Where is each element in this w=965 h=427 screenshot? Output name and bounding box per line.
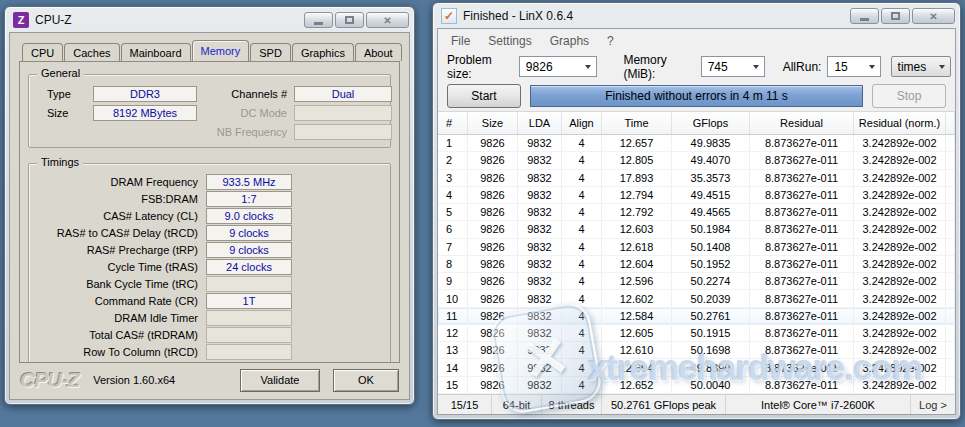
validate-button[interactable]: Validate bbox=[240, 369, 320, 392]
table-cell: 9826 bbox=[468, 221, 518, 237]
table-cell: 3.242892e-002 bbox=[854, 377, 946, 393]
table-row[interactable]: 998269832412.59650.22748.873627e-0113.24… bbox=[438, 273, 955, 290]
times-dropdown[interactable]: times bbox=[891, 56, 951, 77]
menu-item-help[interactable]: ? bbox=[598, 34, 623, 48]
chevron-down-icon bbox=[939, 65, 945, 69]
timing-row-bank-cycle-time-trc: Bank Cycle Time (tRC) bbox=[35, 275, 384, 292]
table-cell: 2 bbox=[438, 152, 468, 168]
table-cell: 5 bbox=[438, 204, 468, 220]
linx-titlebar[interactable]: ✓ Finished - LinX 0.6.4 ✕ bbox=[433, 3, 960, 27]
table-row[interactable]: 898269832412.60450.19528.873627e-0113.24… bbox=[438, 256, 955, 273]
menu-item-file[interactable]: File bbox=[442, 34, 479, 48]
tab-memory[interactable]: Memory bbox=[192, 40, 250, 61]
table-cell: 49.9835 bbox=[672, 135, 750, 151]
bank-cycle-time-trc-value bbox=[206, 276, 292, 292]
linx-close-button[interactable]: ✕ bbox=[912, 8, 955, 24]
table-cell: 4 bbox=[562, 290, 602, 306]
ras-precharge-trp-label: RAS# Precharge (tRP) bbox=[35, 244, 198, 256]
table-cell: 49.4565 bbox=[672, 204, 750, 220]
table-row[interactable]: 198269832412.65749.98358.873627e-0113.24… bbox=[438, 135, 955, 152]
table-row[interactable]: 1398269832412.61050.16988.873627e-0113.2… bbox=[438, 342, 955, 359]
table-cell: 8.873627e-011 bbox=[750, 187, 854, 203]
table-row[interactable]: 1098269832412.60250.20398.873627e-0113.2… bbox=[438, 290, 955, 307]
column-header-residual-norm[interactable]: Residual (norm.) bbox=[854, 112, 946, 134]
column-header-gflops[interactable]: GFlops bbox=[672, 112, 750, 134]
cpuz-window: Z CPU-Z ✕ CPUCachesMainboardMemorySPDGra… bbox=[4, 6, 415, 405]
table-cell: 13 bbox=[438, 342, 468, 358]
column-header-time[interactable]: Time bbox=[602, 112, 672, 134]
table-cell: 12.596 bbox=[602, 273, 672, 289]
table-cell: 9832 bbox=[518, 273, 562, 289]
table-cell: 9832 bbox=[518, 239, 562, 255]
start-button[interactable]: Start bbox=[447, 84, 521, 108]
table-cell: 9826 bbox=[468, 152, 518, 168]
table-cell-filler bbox=[946, 359, 955, 375]
table-cell-filler bbox=[946, 135, 955, 151]
ok-button[interactable]: OK bbox=[333, 369, 399, 392]
cpuz-titlebar[interactable]: Z CPU-Z ✕ bbox=[5, 7, 414, 31]
table-cell: 8.873627e-011 bbox=[750, 152, 854, 168]
run-combo[interactable]: 15 bbox=[827, 56, 880, 77]
table-cell: 4 bbox=[562, 308, 602, 324]
table-row[interactable]: 598269832412.79249.45658.873627e-0113.24… bbox=[438, 204, 955, 221]
problem-size-combo[interactable]: 9826 bbox=[519, 56, 598, 77]
menu-item-graphs[interactable]: Graphs bbox=[541, 34, 598, 48]
table-row[interactable]: 1298269832412.60550.19158.873627e-0113.2… bbox=[438, 325, 955, 342]
cpuz-maximize-button[interactable] bbox=[335, 12, 364, 28]
table-row[interactable]: 398269832417.89335.35738.873627e-0113.24… bbox=[438, 170, 955, 187]
tab-mainboard[interactable]: Mainboard bbox=[121, 43, 191, 61]
table-cell: 4 bbox=[562, 204, 602, 220]
dram-idle-timer-value bbox=[206, 310, 292, 326]
table-cell: 3.242892e-002 bbox=[854, 359, 946, 375]
timing-row-cycle-time-tras: Cycle Time (tRAS)24 clocks bbox=[35, 258, 384, 275]
dram-idle-timer-label: DRAM Idle Timer bbox=[35, 312, 198, 324]
table-cell: 8.873627e-011 bbox=[750, 325, 854, 341]
menu-item-settings[interactable]: Settings bbox=[479, 34, 540, 48]
column-header-size[interactable]: Size bbox=[468, 112, 518, 134]
status-log-button[interactable]: Log > bbox=[911, 395, 955, 414]
column-header-residual[interactable]: Residual bbox=[750, 112, 854, 134]
memory-combo[interactable]: 745 bbox=[701, 56, 765, 77]
column-header-lda[interactable]: LDA bbox=[518, 112, 562, 134]
table-cell: 4 bbox=[562, 325, 602, 341]
cpuz-close-button[interactable]: ✕ bbox=[366, 12, 409, 28]
cas-latency-cl-value: 9.0 clocks bbox=[206, 208, 292, 224]
table-cell: 17.893 bbox=[602, 170, 672, 186]
table-cell: 9826 bbox=[468, 273, 518, 289]
table-cell: 12.584 bbox=[602, 308, 672, 324]
table-row[interactable]: 1598269832412.65250.00408.873627e-0113.2… bbox=[438, 377, 955, 394]
table-row[interactable]: 298269832412.80549.40708.873627e-0113.24… bbox=[438, 152, 955, 169]
table-row[interactable]: 498269832412.79449.45158.873627e-0113.24… bbox=[438, 187, 955, 204]
stop-button[interactable]: Stop bbox=[872, 84, 946, 108]
table-cell: 12.694 bbox=[602, 359, 672, 375]
linx-maximize-button[interactable] bbox=[881, 8, 910, 24]
table-row[interactable]: 1498269832412.69449.83908.873627e-0113.2… bbox=[438, 359, 955, 376]
table-cell: 8 bbox=[438, 256, 468, 272]
table-cell-filler bbox=[946, 342, 955, 358]
table-cell: 50.1952 bbox=[672, 256, 750, 272]
general-group: General Type DDR3 Channels # Dual Size 8 bbox=[28, 74, 391, 148]
table-cell: 9832 bbox=[518, 204, 562, 220]
tab-spd[interactable]: SPD bbox=[250, 43, 291, 61]
column-header-align[interactable]: Align bbox=[562, 112, 602, 134]
nb-frequency-label: NB Frequency bbox=[197, 126, 287, 138]
cpuz-logo: CPU-Z bbox=[20, 368, 79, 392]
table-row[interactable]: 698269832412.60350.19848.873627e-0113.24… bbox=[438, 221, 955, 238]
tab-about[interactable]: About bbox=[355, 43, 402, 61]
table-row[interactable]: 1198269832412.58450.27618.873627e-0113.2… bbox=[438, 308, 955, 325]
tab-graphics[interactable]: Graphics bbox=[292, 43, 354, 61]
linx-actions: Start Finished without errors in 4 m 11 … bbox=[438, 81, 955, 111]
table-cell: 9832 bbox=[518, 221, 562, 237]
table-cell: 9826 bbox=[468, 187, 518, 203]
table-row[interactable]: 798269832412.61850.14088.873627e-0113.24… bbox=[438, 239, 955, 256]
dram-frequency-value: 933.5 MHz bbox=[206, 174, 292, 190]
tab-caches[interactable]: Caches bbox=[64, 43, 119, 61]
column-header-item[interactable]: # bbox=[438, 112, 468, 134]
linx-controls: Problem size: 9826 Memory (MiB): 745 All… bbox=[438, 52, 955, 81]
timing-row-dram-frequency: DRAM Frequency933.5 MHz bbox=[35, 173, 384, 190]
tab-cpu[interactable]: CPU bbox=[22, 43, 63, 61]
cpuz-minimize-button[interactable] bbox=[304, 12, 333, 28]
linx-minimize-button[interactable] bbox=[850, 8, 879, 24]
table-cell: 50.1984 bbox=[672, 221, 750, 237]
problem-size-value: 9826 bbox=[526, 60, 553, 74]
